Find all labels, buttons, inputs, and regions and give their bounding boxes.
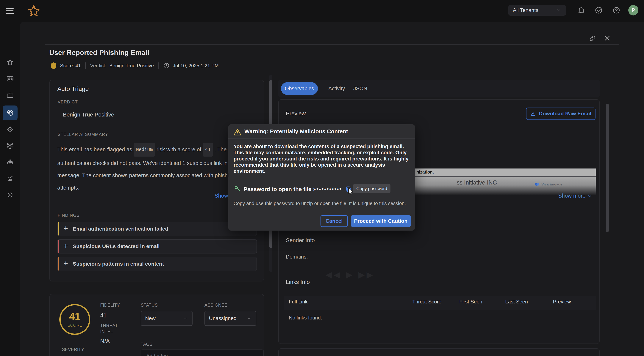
sidebar-nav: [0, 22, 20, 356]
timestamp: Jul 10, 2025 1:21 PM: [173, 63, 219, 69]
verdict-value: Benign True Positive: [109, 63, 154, 69]
finding-row-suspicious-patterns[interactable]: + Suspicious patterns in email content: [57, 257, 257, 271]
dashboard-icon: [6, 75, 14, 83]
sidebar-item-detections[interactable]: [2, 122, 18, 137]
copy-password-tooltip: Copy password: [353, 184, 390, 193]
score-circle-value: 41: [69, 311, 80, 321]
col-first-seen: First Seen: [459, 299, 482, 305]
status-select[interactable]: New: [141, 311, 192, 326]
tab-observables[interactable]: Observables: [281, 82, 318, 95]
tasks-check-icon[interactable]: [594, 6, 603, 14]
table-header-divider: [284, 310, 596, 310]
fidelity-label: FIDELITY: [100, 303, 120, 308]
finding-row-suspicious-urls[interactable]: + Suspicious URLs detected in email: [57, 239, 257, 254]
col-full-link: Full Link: [289, 299, 308, 305]
links-info-heading: Links Info: [286, 279, 310, 285]
chevron-down-icon: [588, 193, 592, 198]
threat-intel-value: N/A: [100, 338, 110, 345]
download-icon: [530, 111, 536, 117]
modal-body-text: You are about to download the contents o…: [234, 143, 410, 174]
proceed-with-caution-button[interactable]: Proceed with Caution: [351, 215, 411, 227]
preview-show-more-link[interactable]: Show more: [558, 193, 592, 199]
cancel-button[interactable]: Cancel: [320, 215, 348, 227]
col-threat-score: Threat Score: [412, 299, 442, 305]
tab-activity[interactable]: Activity: [328, 82, 345, 95]
triage-spiral-icon: [6, 109, 14, 117]
table-row-divider: [284, 326, 596, 326]
app-root: All Tenants P: [0, 0, 644, 356]
tags-label: TAGS: [141, 342, 152, 347]
copy-link-icon[interactable]: [589, 35, 596, 42]
tab-strip: [278, 80, 600, 97]
sidebar-item-favorites[interactable]: [2, 55, 18, 70]
score-dot: [51, 62, 56, 69]
score-circle-caption: SCORE: [68, 323, 82, 328]
add-tag-input[interactable]: [141, 350, 264, 356]
severity-label: SEVERITY: [62, 347, 84, 352]
password-label: Password to open the file :: [244, 186, 315, 192]
sidebar-item-reports[interactable]: [2, 171, 18, 186]
ghost-player-icons: ◀◀ ▶ ▶▶: [326, 270, 375, 279]
warning-modal: [228, 124, 415, 231]
finding-row-auth-failed[interactable]: + Email authentication verification fail…: [57, 222, 257, 236]
email-sender-text: ss Initiative INC: [457, 179, 497, 186]
score-text: Score: 41: [60, 63, 81, 69]
email-banner-text: nization.: [416, 170, 434, 175]
ai-summary-text: This email has been flagged as Medium ri…: [57, 143, 251, 194]
page-title: User Reported Phishing Email: [49, 49, 149, 57]
gear-icon: [6, 191, 14, 199]
assignee-select[interactable]: Unassigned: [204, 311, 256, 326]
mouse-cursor: [346, 188, 354, 196]
clock-icon: [163, 62, 170, 69]
help-icon[interactable]: [612, 6, 620, 14]
finding-severity-bar: [58, 222, 59, 236]
findings-section-label: FINDINGS: [58, 213, 80, 218]
risk-level-chip: Medium: [134, 143, 155, 157]
col-last-seen: Last Seen: [505, 299, 528, 305]
header-divider: [45, 44, 619, 45]
assignee-label: ASSIGNEE: [204, 303, 228, 308]
tenant-selector-value: All Tenants: [513, 7, 538, 13]
sidebar-item-dashboards[interactable]: [2, 71, 18, 86]
download-raw-email-button[interactable]: Download Raw Email: [526, 107, 596, 120]
chevron-down-icon: [247, 316, 252, 321]
risk-score-chip: 41: [203, 143, 213, 157]
chevron-down-icon: [183, 316, 188, 321]
chevron-down-icon: [556, 7, 561, 13]
chart-icon: [6, 175, 14, 182]
sidebar-item-triage[interactable]: [2, 105, 18, 120]
star-icon: [6, 58, 14, 66]
case-meta-row: Score: 41 Verdict: Benign True Positive …: [51, 62, 219, 69]
right-scrollbar-thumb[interactable]: [606, 104, 609, 232]
tab-json[interactable]: JSON: [353, 82, 367, 95]
verdict-label: Verdict:: [90, 63, 106, 69]
finding-severity-bar: [58, 257, 59, 271]
password-note: Copy and use this password to unzip or o…: [234, 201, 406, 206]
notifications-bell-icon[interactable]: [577, 6, 586, 14]
auto-triage-heading: Auto Triage: [57, 85, 89, 92]
verdict-section-value: Benign True Positive: [63, 111, 114, 118]
network-icon: [6, 142, 14, 150]
sidebar-item-settings[interactable]: [2, 188, 18, 202]
avatar[interactable]: P: [628, 5, 638, 15]
domains-label: Domains:: [286, 254, 308, 260]
hamburger-menu-button[interactable]: [0, 0, 20, 22]
table-empty-row: No links found.: [289, 315, 322, 321]
sidebar-item-correlation[interactable]: [2, 138, 18, 153]
tenant-selector[interactable]: All Tenants: [508, 5, 566, 16]
score-status-card: 41 SCORE FIDELITY 41 THREAT INTEL N/A SE…: [50, 294, 264, 356]
sidebar-item-cases[interactable]: [2, 88, 18, 103]
ai-summary-label: STELLAR AI SUMMARY: [58, 132, 108, 137]
top-bar: All Tenants P: [0, 0, 644, 22]
next-section-card: [278, 348, 600, 356]
hamburger-icon: [6, 8, 14, 9]
target-icon: [6, 125, 14, 133]
sender-info-heading: Sender Info: [286, 237, 315, 243]
viva-engage-brand: Viva Engage: [535, 182, 562, 187]
verdict-section-label: VERDICT: [58, 99, 78, 105]
modal-header-divider: [228, 138, 415, 139]
stellar-logo-icon[interactable]: [26, 4, 41, 19]
sidebar-item-automation[interactable]: [2, 155, 18, 170]
close-icon[interactable]: [603, 34, 611, 42]
col-preview: Preview: [553, 299, 571, 305]
